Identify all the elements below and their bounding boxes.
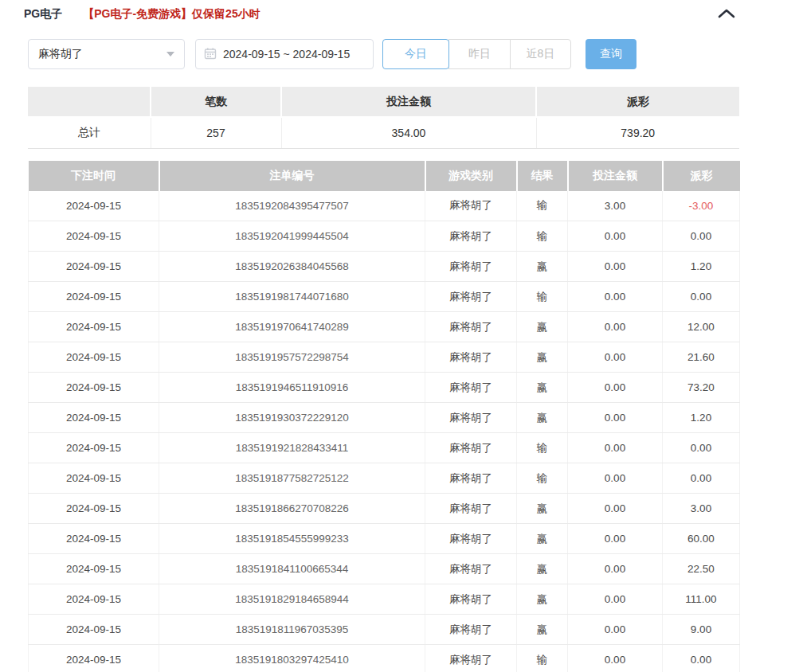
- bet-result-cell: 输: [517, 463, 568, 494]
- bet-id-cell: 1835191957572298754: [159, 342, 425, 373]
- page-title: PG电子: [24, 7, 62, 21]
- bet-date-cell: 2024-09-15: [29, 615, 159, 645]
- notice-text: 【PG电子-免费游戏】仅保留25小时: [83, 7, 260, 21]
- bet-date-cell: 2024-09-15: [29, 403, 159, 433]
- chevron-down-icon: [166, 52, 174, 57]
- bet-id-cell: 1835192026384045568: [159, 252, 425, 282]
- summary-header-bet-amount: 投注金额: [281, 87, 536, 117]
- bet-amount-cell: 0.00: [568, 312, 663, 342]
- bet-game-cell: 麻将胡了: [425, 615, 517, 645]
- quick-filter-today[interactable]: 今日: [382, 39, 449, 69]
- bets-table: 下注时间 注单编号 游戏类别 结果 投注金额 派彩 2024-09-15 183…: [28, 161, 740, 672]
- bet-payout-cell: 0.00: [663, 282, 740, 312]
- table-row: 2024-09-15 1835192084395477507 麻将胡了 输 3.…: [29, 191, 740, 221]
- bet-result-cell: 赢: [517, 373, 568, 403]
- bet-payout-cell: 60.00: [663, 524, 740, 554]
- bet-id-cell: 1835191841100665344: [159, 554, 425, 584]
- bet-date-cell: 2024-09-15: [29, 312, 159, 342]
- bet-game-cell: 麻将胡了: [425, 524, 517, 554]
- date-range-value: 2024-09-15 ~ 2024-09-15: [223, 48, 350, 61]
- summary-header-blank: [28, 87, 151, 117]
- table-row: 2024-09-15 1835192041999445504 麻将胡了 输 0.…: [29, 221, 740, 252]
- bet-id-cell: 1835191930372229120: [159, 403, 425, 433]
- bets-header-bet-id: 注单编号: [159, 161, 425, 191]
- bet-date-cell: 2024-09-15: [29, 221, 159, 252]
- quick-filter-group: 今日 昨日 近8日: [382, 39, 571, 69]
- bet-game-cell: 麻将胡了: [425, 252, 517, 282]
- bet-amount-cell: 0.00: [568, 373, 663, 403]
- bet-id-cell: 1835191981744071680: [159, 282, 425, 312]
- bet-date-cell: 2024-09-15: [29, 645, 159, 672]
- bet-id-cell: 1835192084395477507: [159, 191, 425, 221]
- bet-date-cell: 2024-09-15: [29, 584, 159, 615]
- bet-result-cell: 输: [517, 645, 568, 672]
- table-row: 2024-09-15 1835191970641740289 麻将胡了 赢 0.…: [29, 312, 740, 342]
- game-select[interactable]: 麻将胡了: [28, 39, 185, 69]
- bet-id-cell: 1835191877582725122: [159, 463, 425, 494]
- bet-id-cell: 1835191811967035395: [159, 615, 425, 645]
- bet-date-cell: 2024-09-15: [29, 282, 159, 312]
- bet-date-cell: 2024-09-15: [29, 191, 159, 221]
- bet-game-cell: 麻将胡了: [425, 191, 517, 221]
- chevron-up-icon: [718, 9, 735, 21]
- bet-date-cell: 2024-09-15: [29, 433, 159, 463]
- table-row: 2024-09-15 1835191877582725122 麻将胡了 输 0.…: [29, 463, 740, 494]
- table-row: 2024-09-15 1835191866270708226 麻将胡了 赢 0.…: [29, 494, 740, 524]
- bet-amount-cell: 0.00: [568, 615, 663, 645]
- bet-id-cell: 1835191829184658944: [159, 584, 425, 615]
- table-row: 2024-09-15 1835191841100665344 麻将胡了 赢 0.…: [29, 554, 740, 584]
- search-button[interactable]: 查询: [586, 39, 636, 69]
- quick-filter-last8days[interactable]: 近8日: [510, 39, 571, 69]
- bet-payout-cell: 0.00: [663, 645, 740, 672]
- bet-amount-cell: 0.00: [568, 463, 663, 494]
- bet-game-cell: 麻将胡了: [425, 433, 517, 463]
- bet-result-cell: 赢: [517, 403, 568, 433]
- bet-result-cell: 赢: [517, 554, 568, 584]
- summary-total-payout: 739.20: [536, 117, 739, 148]
- bet-game-cell: 麻将胡了: [425, 584, 517, 615]
- bet-id-cell: 1835191803297425410: [159, 645, 425, 672]
- game-select-value: 麻将胡了: [38, 47, 166, 61]
- bet-amount-cell: 0.00: [568, 342, 663, 373]
- summary-header-payout: 派彩: [536, 87, 739, 117]
- bet-result-cell: 输: [517, 191, 568, 221]
- bet-amount-cell: 0.00: [568, 554, 663, 584]
- bets-header-payout: 派彩: [663, 161, 740, 191]
- bet-amount-cell: 0.00: [568, 584, 663, 615]
- bet-amount-cell: 0.00: [568, 524, 663, 554]
- bet-id-cell: 1835191946511910916: [159, 373, 425, 403]
- summary-total-bet-amount: 354.00: [281, 117, 536, 148]
- bet-date-cell: 2024-09-15: [29, 373, 159, 403]
- bet-date-cell: 2024-09-15: [29, 524, 159, 554]
- bet-amount-cell: 0.00: [568, 494, 663, 524]
- bet-payout-cell: 21.60: [663, 342, 740, 373]
- bet-game-cell: 麻将胡了: [425, 312, 517, 342]
- collapse-button[interactable]: [716, 6, 737, 22]
- quick-filter-yesterday[interactable]: 昨日: [448, 39, 511, 69]
- bet-payout-cell: 1.20: [663, 252, 740, 282]
- bet-payout-cell: 111.00: [663, 584, 740, 615]
- table-row: 2024-09-15 1835191957572298754 麻将胡了 赢 0.…: [29, 342, 740, 373]
- bet-result-cell: 输: [517, 433, 568, 463]
- summary-total-row: 总计 257 354.00 739.20: [28, 117, 739, 148]
- bets-header-amount: 投注金额: [568, 161, 663, 191]
- bet-date-cell: 2024-09-15: [29, 342, 159, 373]
- bets-header-date: 下注时间: [29, 161, 159, 191]
- bets-header-result: 结果: [517, 161, 568, 191]
- bet-game-cell: 麻将胡了: [425, 463, 517, 494]
- filter-bar: 麻将胡了 2024-09-15 ~ 2024-09-15 今日 昨日 近8日 查…: [28, 39, 799, 69]
- calendar-icon: [204, 47, 223, 62]
- summary-total-label: 总计: [28, 117, 151, 148]
- summary-header-count: 笔数: [151, 87, 281, 117]
- bet-id-cell: 1835191866270708226: [159, 494, 425, 524]
- bet-amount-cell: 3.00: [568, 191, 663, 221]
- bet-result-cell: 赢: [517, 524, 568, 554]
- bet-payout-cell: 9.00: [663, 615, 740, 645]
- bet-result-cell: 赢: [517, 342, 568, 373]
- bet-game-cell: 麻将胡了: [425, 554, 517, 584]
- bet-game-cell: 麻将胡了: [425, 403, 517, 433]
- bet-payout-cell: 0.00: [663, 433, 740, 463]
- date-range-input[interactable]: 2024-09-15 ~ 2024-09-15: [195, 39, 374, 69]
- table-row: 2024-09-15 1835191829184658944 麻将胡了 赢 0.…: [29, 584, 740, 615]
- bet-payout-cell: 1.20: [663, 403, 740, 433]
